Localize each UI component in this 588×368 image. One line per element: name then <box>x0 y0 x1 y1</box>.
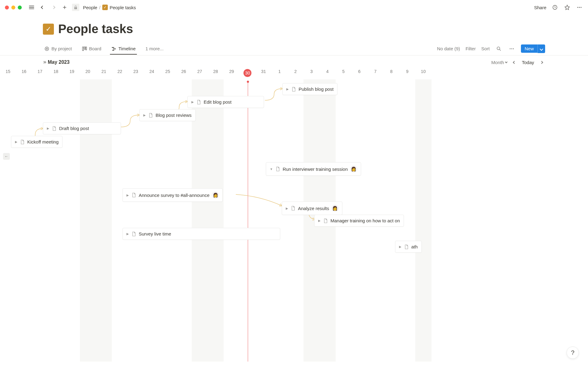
task-card-interviewer[interactable]: ▼ Run interviewer training session <box>266 162 361 176</box>
page-title[interactable]: People tasks <box>58 22 133 36</box>
date-cell: 8 <box>383 69 399 77</box>
timeline-meta: May 2023 Month Today <box>0 56 588 69</box>
expand-toggle-icon[interactable]: ▶ <box>286 87 289 91</box>
expand-toggle-icon[interactable]: ▶ <box>15 140 17 144</box>
breadcrumb-current[interactable]: ✓ People tasks <box>102 5 136 10</box>
page-icon <box>275 167 280 171</box>
page-icon[interactable]: ✓ <box>43 24 54 35</box>
more-icon[interactable] <box>576 4 583 11</box>
task-card-analyze[interactable]: ▶ Analyze results <box>282 201 342 215</box>
task-card-reviews[interactable]: ▶ Blog post reviews <box>139 109 196 121</box>
date-cell: 6 <box>351 69 367 77</box>
forward-button[interactable] <box>50 4 57 11</box>
task-label: Kickoff meeting <box>27 139 58 144</box>
new-page-button[interactable] <box>61 4 68 11</box>
maximize-window-button[interactable] <box>18 6 22 10</box>
share-button[interactable]: Share <box>534 5 546 10</box>
svg-rect-10 <box>113 48 116 49</box>
today-button[interactable]: Today <box>522 60 534 65</box>
expand-toggle-icon[interactable]: ▶ <box>286 207 288 210</box>
prev-period-button[interactable] <box>511 59 518 66</box>
search-icon[interactable] <box>495 45 503 52</box>
sort-button[interactable]: Sort <box>481 46 490 51</box>
svg-point-1 <box>577 7 578 8</box>
expand-toggle-icon[interactable]: ▶ <box>126 194 129 197</box>
scale-select[interactable]: Month <box>491 60 507 65</box>
back-button[interactable] <box>39 4 46 11</box>
view-tabs: By project Board Timeline 1 more... No d… <box>0 42 588 56</box>
task-card-kickoff[interactable]: ▶ Kickoff meeting <box>11 136 62 148</box>
grid-column <box>80 79 96 362</box>
favorite-icon[interactable] <box>564 4 571 11</box>
no-date-button[interactable]: No date (9) <box>437 46 460 51</box>
expand-toggle-icon[interactable]: ▶ <box>318 219 321 222</box>
task-card-manager[interactable]: ▶ Manager training on how to act on <box>314 215 404 227</box>
expand-toggle-icon[interactable]: ▶ <box>143 113 146 117</box>
updates-icon[interactable] <box>551 4 559 11</box>
svg-point-12 <box>497 47 500 50</box>
page-icon <box>20 140 25 144</box>
task-card-ath[interactable]: ▶ ath <box>395 241 422 253</box>
view-options-icon[interactable] <box>508 45 515 52</box>
date-cell: 5 <box>335 69 351 77</box>
page-icon <box>148 113 153 118</box>
page-icon <box>52 126 57 131</box>
view-tab-more[interactable]: 1 more... <box>144 44 165 54</box>
close-window-button[interactable] <box>5 6 9 10</box>
task-card-survey[interactable]: ▶ Survey live time <box>123 228 280 240</box>
task-label: Run interviewer training session <box>283 167 348 172</box>
view-tab-label: Timeline <box>119 46 136 51</box>
filter-button[interactable]: Filter <box>466 46 476 51</box>
svg-point-4 <box>45 47 49 51</box>
date-cell: 4 <box>319 69 335 77</box>
grid-column <box>0 79 16 362</box>
assignee-avatar[interactable] <box>332 205 338 212</box>
grid-column <box>415 79 431 362</box>
expand-toggle-icon[interactable]: ▶ <box>47 127 49 130</box>
new-button-main[interactable]: New <box>521 44 537 53</box>
view-tab-board[interactable]: Board <box>81 44 103 55</box>
view-tab-by-project[interactable]: By project <box>43 44 73 55</box>
date-cell: 1 <box>272 69 288 77</box>
breadcrumb-parent[interactable]: People <box>83 5 97 10</box>
breadcrumb-separator: / <box>99 5 100 10</box>
expand-toggle-icon[interactable]: ▶ <box>126 232 129 236</box>
new-button-dropdown[interactable] <box>537 44 545 53</box>
grid-column <box>272 79 288 362</box>
page-icon <box>291 206 296 211</box>
view-tab-timeline[interactable]: Timeline <box>110 44 137 55</box>
svg-point-13 <box>510 48 511 49</box>
grid-column <box>288 79 303 362</box>
date-cell: 16 <box>16 69 32 77</box>
view-tab-label: By project <box>51 46 72 51</box>
collapse-handle[interactable]: ← <box>3 153 10 160</box>
task-card-draft[interactable]: ▶ Draft blog post <box>43 122 121 134</box>
minimize-window-button[interactable] <box>11 6 15 10</box>
assignee-avatar[interactable] <box>212 192 219 198</box>
timeline-body[interactable]: ← ▶ Kickoff meeting ▶ Draft blog post ▶ … <box>0 79 588 362</box>
help-button[interactable]: ? <box>567 347 579 359</box>
task-card-publish[interactable]: ▶ Publish blog post <box>282 83 337 95</box>
grid-column <box>48 79 64 362</box>
task-card-announce[interactable]: ▶ Announce survey to #all-announce <box>123 188 223 202</box>
next-period-button[interactable] <box>538 59 545 66</box>
grid-column <box>112 79 128 362</box>
chevron-double-icon[interactable] <box>43 61 46 63</box>
page-icon <box>291 87 296 92</box>
date-cell: 24 <box>144 69 160 77</box>
page-icon <box>323 218 328 223</box>
expand-toggle-icon[interactable]: ▶ <box>399 245 401 248</box>
svg-rect-8 <box>85 47 86 50</box>
scale-label: Month <box>491 60 504 65</box>
task-card-edit[interactable]: ▶ Edit blog post <box>187 96 264 108</box>
expand-toggle-icon[interactable]: ▼ <box>270 167 273 171</box>
task-label: Draft blog post <box>59 126 89 131</box>
sidebar-toggle-icon[interactable] <box>28 4 35 11</box>
grid-column <box>192 79 208 362</box>
page-header: ✓ People tasks <box>0 15 588 36</box>
date-cell: 10 <box>415 69 431 77</box>
date-cell: 9 <box>399 69 415 77</box>
expand-toggle-icon[interactable]: ▶ <box>191 100 194 104</box>
assignee-avatar[interactable] <box>350 166 357 172</box>
date-cell: 30 <box>239 69 255 77</box>
